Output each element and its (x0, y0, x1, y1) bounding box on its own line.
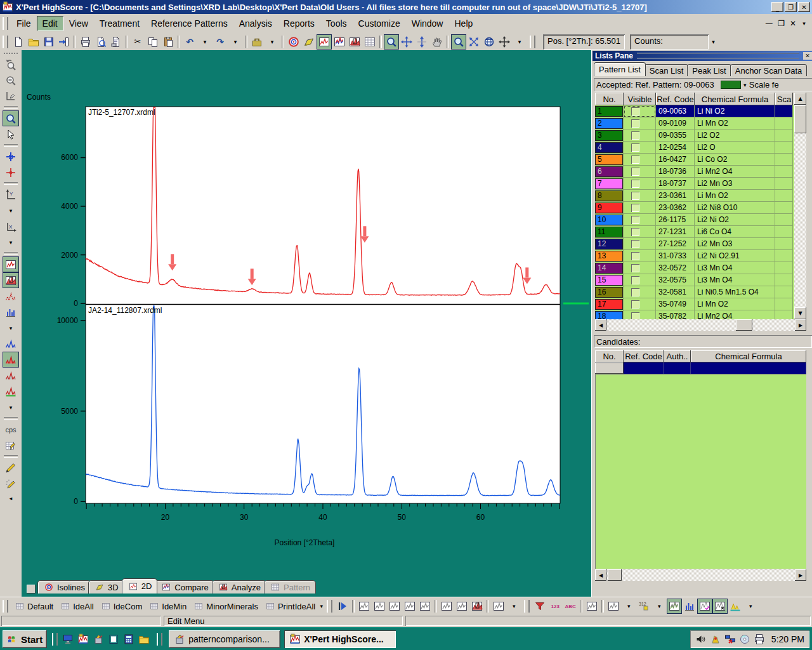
chemical-formula-cell[interactable]: Li2 Mn O3 (695, 238, 775, 250)
compare-view-icon[interactable] (332, 34, 347, 50)
spray-pen-icon[interactable] (3, 475, 19, 491)
ref-code-cell[interactable]: 35-0749 (656, 298, 695, 310)
accepted-color-dropdown-icon[interactable]: ▾ (742, 82, 748, 88)
cps-label[interactable]: cps (3, 421, 19, 437)
scale-cell[interactable] (775, 214, 793, 226)
lists-pane-titlebar[interactable]: Lists Pane ✕ (593, 51, 812, 61)
scale-cell[interactable] (775, 166, 793, 178)
pattern-color-chip[interactable]: 6 (595, 166, 624, 178)
menu-view[interactable]: View (63, 16, 94, 31)
print-preview-icon[interactable] (93, 34, 108, 50)
redo-dropdown-icon[interactable]: ▾ (228, 34, 243, 50)
pattern-color-chip[interactable]: 14 (595, 262, 624, 274)
minimize-button[interactable]: _ (771, 2, 783, 12)
bottom-toolbar-grip[interactable] (3, 600, 8, 613)
menu-analysis[interactable]: Analysis (233, 16, 278, 31)
menu-edit[interactable]: Edit (37, 16, 63, 31)
bars-dropdown-icon[interactable]: ▾ (3, 320, 19, 336)
view-tab-isolines[interactable]: Isolines (37, 580, 91, 594)
grab-icon[interactable] (429, 34, 445, 50)
view-tab-compare[interactable]: Compare (155, 580, 214, 594)
macro-button-default[interactable]: Default (11, 599, 56, 613)
candidates-scroll-left-icon[interactable]: ◀ (595, 569, 606, 581)
color-chip[interactable]: 2 (595, 118, 623, 129)
visible-checkbox[interactable] (631, 168, 639, 176)
zoom-undo-icon[interactable] (3, 56, 19, 72)
printer-status-icon[interactable] (754, 633, 765, 645)
bars-icon[interactable] (3, 304, 19, 320)
view-tab-3d[interactable]: 3D (88, 580, 124, 594)
view-tab-scroll[interactable] (27, 585, 36, 594)
pattern-row-26-1175[interactable]: 1026-1175Li2 Ni O2 (595, 214, 794, 226)
quicklaunch-grip[interactable] (52, 633, 58, 646)
menu-reference-patterns[interactable]: Reference Patterns (145, 16, 233, 31)
filter-icon[interactable] (532, 599, 547, 614)
ref-code-cell[interactable]: 35-0782 (656, 310, 695, 319)
mdi-restore-button[interactable]: ❐ (778, 19, 785, 28)
profile-area-icon[interactable] (3, 272, 19, 288)
pattern-row-35-0749[interactable]: 1735-0749Li Mn O2 (595, 298, 794, 310)
pattern-row-12-0254[interactable]: 412-0254Li2 O (595, 142, 794, 154)
2d-view-icon[interactable] (317, 34, 332, 50)
pattern-color-chip[interactable]: 5 (595, 154, 624, 166)
color-chip[interactable]: 1 (595, 106, 623, 117)
column-header-no-[interactable]: No. (595, 93, 624, 105)
scale-cell[interactable] (775, 117, 793, 129)
x-axis-dropdown-icon[interactable]: ▾ (3, 234, 19, 250)
chemical-formula-cell[interactable]: Li2 Mn O3 (695, 178, 775, 190)
3d-view-icon[interactable] (301, 34, 317, 50)
chart-canvas[interactable]: 203040506002000400060000500010000JTi2-5_… (22, 50, 591, 597)
close-button[interactable]: ✕ (798, 2, 810, 12)
pointer-icon[interactable] (3, 126, 19, 142)
visible-checkbox[interactable] (631, 119, 639, 128)
visible-checkbox[interactable] (631, 204, 639, 212)
crosshair-icon[interactable] (3, 164, 19, 180)
pattern-peak-icon[interactable] (728, 599, 743, 614)
scale-factor-icon[interactable]: 312 (636, 599, 652, 614)
pattern-row-27-1252[interactable]: 1227-1252Li2 Mn O3 (595, 238, 794, 250)
candidates-column-no-[interactable]: No. (595, 350, 624, 362)
ref-code-cell[interactable]: 32-0581 (656, 286, 695, 298)
chemical-formula-cell[interactable]: Li Mn O2 (695, 190, 775, 202)
pattern-color-chip[interactable]: 8 (595, 190, 624, 202)
pattern-hscrollbar[interactable] (606, 319, 795, 331)
view-tab-analyze[interactable]: Analyze (212, 580, 266, 594)
pattern-color-chip[interactable]: 11 (595, 226, 624, 238)
lists-tab-anchor-scan-data[interactable]: Anchor Scan Data (730, 64, 808, 76)
pattern-color-chip[interactable]: 3 (595, 129, 624, 142)
profile-fit-icon[interactable] (469, 599, 485, 614)
pattern-color-chip[interactable]: 7 (595, 178, 624, 190)
pattern-color-chip[interactable]: 1 (595, 105, 624, 117)
task-button-x-pert-highscore-[interactable]: X'Pert HighScore... (284, 630, 396, 648)
menu-customize[interactable]: Customize (353, 16, 406, 31)
color-chip[interactable]: 12 (595, 239, 623, 249)
instrument-icon[interactable] (710, 633, 721, 645)
pattern-scroll-up-icon[interactable]: ▲ (794, 93, 806, 105)
axes-hand-icon[interactable] (3, 88, 19, 104)
ref-code-cell[interactable]: 16-0427 (656, 154, 695, 166)
new-document-icon[interactable] (11, 34, 26, 50)
highscore-app-icon[interactable] (75, 631, 91, 647)
save-icon[interactable] (41, 34, 56, 50)
pattern-hscroll-thumb[interactable] (736, 319, 752, 331)
pattern-row-18-0736[interactable]: 618-0736Li Mn2 O4 (595, 166, 794, 178)
numbers-label-icon[interactable]: 123 (547, 599, 563, 614)
menu-reports[interactable]: Reports (278, 16, 320, 31)
pattern-color-chip[interactable]: 2 (595, 117, 624, 129)
fit-height-icon[interactable] (414, 34, 429, 50)
color-chip[interactable]: 5 (595, 154, 623, 165)
scale-cell[interactable] (775, 178, 793, 190)
color-chip[interactable]: 10 (595, 215, 623, 225)
folder-icon[interactable] (136, 631, 152, 647)
pattern-color-chip[interactable]: 10 (595, 214, 624, 226)
menubar-grip[interactable] (3, 17, 8, 30)
toolbar-grip[interactable] (3, 36, 8, 48)
toolbar-overflow-icon[interactable]: ▾ (512, 34, 527, 50)
chemical-formula-cell[interactable]: Li2 O2 (695, 129, 775, 142)
visible-checkbox[interactable] (631, 131, 639, 140)
color-chip[interactable]: 14 (595, 263, 623, 274)
candidates-scroll-right-icon[interactable]: ▶ (795, 569, 806, 581)
scale-cell[interactable] (775, 274, 793, 286)
menu-file[interactable]: File (11, 16, 37, 31)
pattern-color-chip[interactable]: 17 (595, 298, 624, 310)
